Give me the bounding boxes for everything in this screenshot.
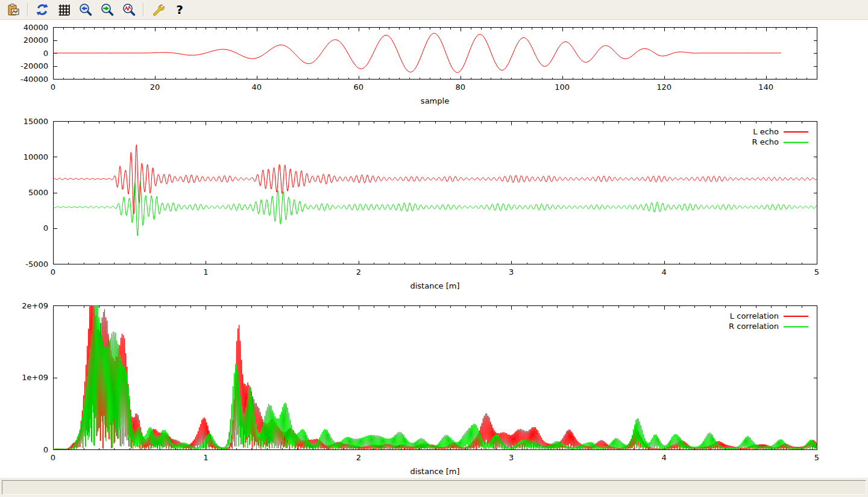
x-tick-label: 120	[656, 83, 671, 92]
y-tick-label: 0	[43, 223, 48, 233]
zoom-autoscale-icon	[122, 2, 136, 17]
x-axis-title: distance [m]	[410, 281, 459, 290]
x-tick-label: 4	[661, 453, 666, 462]
x-tick-label: 3	[509, 267, 514, 277]
x-tick-label: 0	[51, 83, 55, 92]
zoom-previous-button[interactable]	[77, 1, 95, 18]
plots-svg: 02040608010012014040000200000-20000-4000…	[0, 20, 868, 478]
svg-text:?: ?	[176, 2, 183, 17]
legend-label: L echo	[753, 127, 779, 136]
x-tick-label: 2	[356, 267, 361, 277]
zoom-forward-icon	[100, 2, 115, 17]
x-tick-label: 0	[51, 267, 55, 277]
axes	[54, 306, 817, 450]
help-icon: ?	[172, 2, 187, 17]
series-L-correlation	[53, 305, 817, 449]
y-tick-label: 1e+09	[22, 373, 48, 382]
x-tick-label: 1	[203, 453, 208, 462]
y-tick-label: 0	[43, 49, 48, 58]
refresh-icon	[35, 2, 49, 17]
status-message	[2, 480, 866, 495]
x-tick-label: 3	[509, 453, 514, 462]
toolbar-separator	[27, 3, 28, 16]
series-pulse	[53, 33, 781, 72]
x-tick-label: 0	[51, 453, 55, 462]
chart-1: 02040608010012014040000200000-20000-4000…	[20, 23, 817, 106]
axes	[54, 122, 817, 264]
x-tick-label: 20	[150, 83, 160, 92]
x-tick-label: 60	[354, 83, 364, 92]
y-tick-label: -20000	[20, 61, 48, 70]
configure-button[interactable]	[149, 1, 167, 18]
x-tick-label: 5	[814, 453, 819, 462]
copy-plot-button[interactable]	[4, 1, 22, 18]
y-tick-label: 20000	[24, 36, 48, 45]
help-button[interactable]: ?	[171, 1, 189, 18]
y-tick-label: 15000	[24, 117, 48, 126]
chart-2: 012345150001000050000-5000distance [m]L …	[24, 117, 820, 291]
toolbar: ?	[0, 0, 868, 20]
x-axis-title: sample	[421, 96, 449, 105]
legend-label: R correlation	[729, 322, 779, 331]
x-tick-label: 5	[814, 267, 819, 277]
chart-3: 0123452e+091e+090distance [m]L correlati…	[22, 301, 819, 477]
grid-icon	[57, 2, 71, 17]
x-tick-label: 100	[555, 83, 570, 92]
series-R-correlation	[53, 305, 817, 449]
series-R-echo	[53, 181, 817, 236]
x-tick-label: 1	[203, 267, 208, 277]
x-tick-label: 2	[356, 453, 361, 462]
axis-labels: 02040608010012014040000200000-20000-4000…	[20, 23, 773, 106]
zoom-back-icon	[78, 2, 93, 17]
zoom-next-button[interactable]	[98, 1, 116, 18]
y-tick-label: 0	[43, 445, 48, 454]
y-tick-label: -5000	[25, 260, 48, 269]
plot-canvas[interactable]: 02040608010012014040000200000-20000-4000…	[0, 20, 868, 478]
legend-label: R echo	[752, 137, 779, 146]
x-tick-label: 140	[758, 83, 773, 92]
replot-button[interactable]	[33, 1, 51, 18]
y-tick-label: 2e+09	[22, 301, 48, 310]
wrench-icon	[151, 2, 165, 17]
status-bar	[0, 478, 868, 497]
y-tick-label: 40000	[24, 23, 48, 32]
y-tick-label: -40000	[20, 75, 48, 84]
autoscale-button[interactable]	[120, 1, 138, 18]
toolbar-separator	[143, 3, 144, 16]
legend-label: L correlation	[730, 311, 779, 320]
x-tick-label: 4	[661, 267, 666, 277]
grid-button[interactable]	[55, 1, 73, 18]
x-axis-title: distance [m]	[410, 467, 459, 476]
x-tick-label: 80	[455, 83, 465, 92]
x-tick-label: 40	[252, 83, 262, 92]
clipboard-plot-icon	[6, 2, 20, 17]
y-tick-label: 10000	[24, 152, 48, 161]
y-tick-label: 5000	[28, 188, 48, 197]
